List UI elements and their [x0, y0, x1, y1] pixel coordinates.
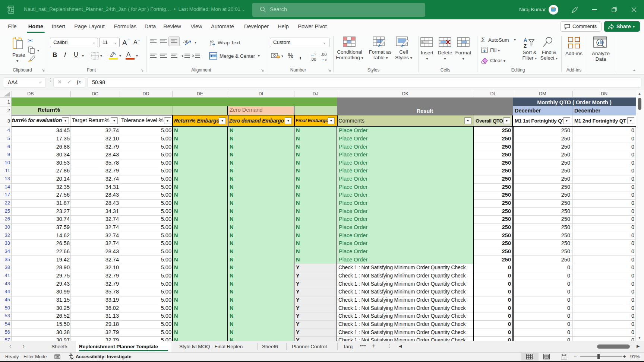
svg-text:Z: Z: [524, 43, 527, 48]
svg-text:X: X: [8, 8, 10, 12]
svg-text:c: c: [210, 42, 212, 45]
svg-text:A: A: [524, 37, 527, 43]
svg-text:ab: ab: [183, 39, 189, 44]
